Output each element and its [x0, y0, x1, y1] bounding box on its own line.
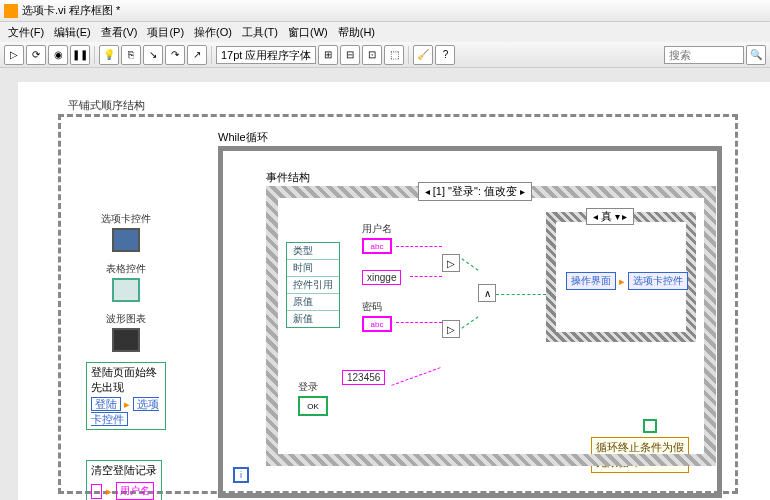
menu-edit[interactable]: 编辑(E)	[50, 24, 95, 41]
while-label: While循环	[218, 130, 268, 145]
term-ctrlref: 控件引用	[287, 277, 339, 294]
user-local[interactable]: 用户名	[116, 482, 154, 500]
abort-button[interactable]: ◉	[48, 45, 68, 65]
toolbar: ▷ ⟳ ◉ ❚❚ 💡 ⎘ ↘ ↷ ↗ 17pt 应用程序字体 ⊞ ⊟ ⊡ ⬚ 🧹…	[0, 42, 770, 68]
pwd-constant[interactable]: 123456	[342, 370, 385, 385]
font-selector[interactable]: 17pt 应用程序字体	[216, 46, 316, 64]
menu-project[interactable]: 项目(P)	[143, 24, 188, 41]
step-out-button[interactable]: ↗	[187, 45, 207, 65]
event-data-node[interactable]: 类型 时间 控件引用 原值 新值	[286, 242, 340, 328]
separator	[408, 46, 409, 64]
iteration-terminal[interactable]: i	[233, 467, 249, 483]
case-content: 操作界面 ▸ 选项卡控件	[566, 272, 688, 290]
menu-help[interactable]: 帮助(H)	[334, 24, 379, 41]
wire	[410, 276, 442, 277]
password-group: 密码 abc	[362, 300, 392, 332]
arrow-icon: ▸	[124, 398, 130, 410]
menu-tools[interactable]: 工具(T)	[238, 24, 282, 41]
run-cont-button[interactable]: ⟳	[26, 45, 46, 65]
event-selector[interactable]: ◂ [1] "登录": 值改变 ▸	[418, 182, 532, 201]
term-newval: 新值	[287, 311, 339, 327]
login-label: 登录	[298, 380, 328, 394]
resize-button[interactable]: ⊡	[362, 45, 382, 65]
chart-terminal[interactable]: 波形图表	[86, 312, 166, 352]
table-icon	[112, 278, 140, 302]
context-help-button[interactable]: ?	[435, 45, 455, 65]
highlight-button[interactable]: 💡	[99, 45, 119, 65]
menu-view[interactable]: 查看(V)	[97, 24, 142, 41]
login-first-comment: 登陆页面始终先出现 登陆 ▸ 选项卡控件	[86, 362, 166, 430]
case-selector[interactable]: ◂ 真 ▾ ▸	[586, 208, 634, 225]
menubar: 文件(F) 编辑(E) 查看(V) 项目(P) 操作(O) 工具(T) 窗口(W…	[0, 22, 770, 42]
clear-login-comment: 清空登陆记录 ▸用户名 ▸密码	[86, 460, 162, 500]
separator	[211, 46, 212, 64]
tab-control-terminal[interactable]: 选项卡控件	[86, 212, 166, 252]
window-title: 选项卡.vi 程序框图 *	[22, 3, 120, 18]
tab-indicator[interactable]: 选项卡控件	[628, 272, 688, 290]
search-icon[interactable]: 🔍	[746, 45, 766, 65]
sequence-label: 平铺式顺序结构	[68, 98, 145, 113]
search-input[interactable]	[664, 46, 744, 64]
and-node[interactable]: ∧	[478, 284, 496, 302]
user-terminal[interactable]: abc	[362, 238, 392, 254]
align-button[interactable]: ⊞	[318, 45, 338, 65]
wire	[396, 246, 442, 247]
pwd-label: 密码	[362, 300, 392, 314]
term-time: 时间	[287, 260, 339, 277]
arrow-icon: ▸	[106, 485, 112, 498]
op-ui-const[interactable]: 操作界面	[566, 272, 616, 290]
separator	[94, 46, 95, 64]
user-constant[interactable]: xingge	[362, 270, 401, 285]
arrow-icon: ▸	[619, 275, 625, 288]
wire	[496, 294, 546, 295]
term-type: 类型	[287, 243, 339, 260]
login-const[interactable]: 登陆	[91, 397, 121, 411]
step-into-button[interactable]: ↘	[143, 45, 163, 65]
pause-button[interactable]: ❚❚	[70, 45, 90, 65]
menu-operate[interactable]: 操作(O)	[190, 24, 236, 41]
menu-file[interactable]: 文件(F)	[4, 24, 48, 41]
login-button-group: 登录 OK	[298, 380, 328, 416]
distribute-button[interactable]: ⊟	[340, 45, 360, 65]
titlebar: 选项卡.vi 程序框图 *	[0, 0, 770, 22]
login-terminal[interactable]: OK	[298, 396, 328, 416]
table-control-terminal[interactable]: 表格控件	[86, 262, 166, 302]
app-icon	[4, 4, 18, 18]
user-label: 用户名	[362, 222, 392, 236]
chart-icon	[112, 328, 140, 352]
left-controls-area: 选项卡控件 表格控件 波形图表 登陆页面始终先出现 登陆 ▸ 选项卡控件	[86, 212, 166, 430]
step-over-button[interactable]: ↷	[165, 45, 185, 65]
tab-icon	[112, 228, 140, 252]
term-oldval: 原值	[287, 294, 339, 311]
wire	[396, 322, 442, 323]
reorder-button[interactable]: ⬚	[384, 45, 404, 65]
run-button[interactable]: ▷	[4, 45, 24, 65]
pwd-terminal[interactable]: abc	[362, 316, 392, 332]
cleanup-button[interactable]: 🧹	[413, 45, 433, 65]
event-label: 事件结构	[266, 170, 310, 185]
menu-window[interactable]: 窗口(W)	[284, 24, 332, 41]
block-diagram-canvas[interactable]: 平铺式顺序结构 选项卡控件 表格控件 波形图表 登陆页面始终先出现 登陆 ▸ 选…	[0, 68, 770, 500]
retain-button[interactable]: ⎘	[121, 45, 141, 65]
equal-node-2[interactable]: ▷	[442, 320, 460, 338]
empty-const-1[interactable]	[91, 484, 102, 499]
username-group: 用户名 abc	[362, 222, 392, 254]
equal-node-1[interactable]: ▷	[442, 254, 460, 272]
